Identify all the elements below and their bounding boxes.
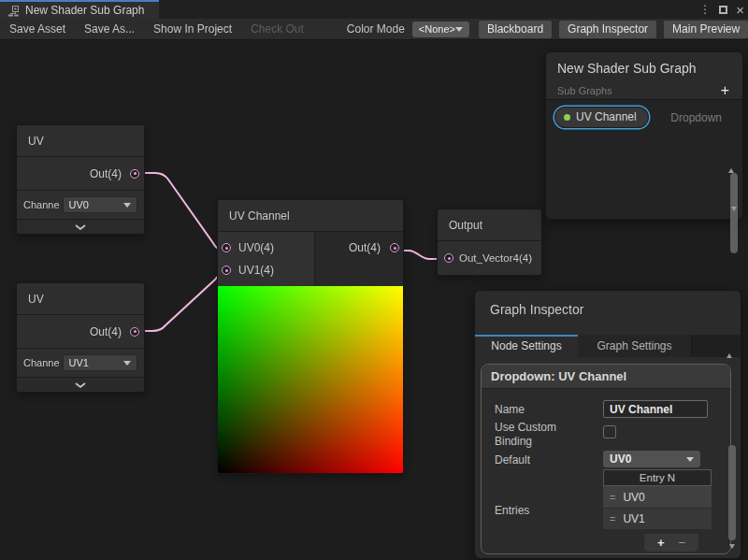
table-row[interactable]: = UV0 [603,486,712,508]
inspector-scrollbar[interactable] [726,337,738,551]
uv-node-2[interactable]: UV Out(4) Channe UV1 [16,282,145,393]
shader-graph-icon [7,5,20,17]
chevron-down-icon [123,203,131,208]
scroll-up-icon[interactable] [726,337,732,358]
scroll-up-icon[interactable] [728,152,734,173]
entries-table-header: Entry N [603,469,712,486]
output-port[interactable] [130,327,139,337]
inspector-title: Graph Inspector [475,291,741,317]
use-custom-binding-label: Use Custom [495,421,556,434]
output-node[interactable]: Output Out_Vector4(4) [437,208,542,276]
uv-channel-node[interactable]: UV Channel UV0(4) UV1(4) Out(4) [217,199,404,474]
unity-shader-graph-window: New Shader Sub Graph ⋮ × Save Asset Save… [0,0,748,560]
channel-label: Channe [23,357,60,368]
node-title: Output [438,209,541,241]
output-port[interactable] [390,243,399,252]
maximize-icon[interactable] [719,6,727,14]
graph-inspector-toggle-button[interactable]: Graph Inspector [559,21,656,38]
edge-uv0[interactable] [138,173,226,251]
input-row: Out_Vector4(4) [438,241,541,275]
input-row: UV1(4) [218,259,314,281]
color-mode-dropdown[interactable]: <None> [412,22,469,37]
property-pill-uv-channel[interactable]: UV Channel [555,108,648,127]
port-label: Out(4) [349,241,381,254]
port-label: Out_Vector4(4) [459,252,532,264]
port-label: UV1(4) [238,264,274,277]
channel-label: Channe [23,199,60,210]
channel-dropdown[interactable]: UV1 [63,354,137,371]
tab-graph-settings[interactable]: Graph Settings [578,335,692,357]
scroll-down-icon[interactable] [729,544,735,549]
name-value: UV Channel [610,403,672,416]
blackboard-scrollbar[interactable] [728,152,740,213]
chevron-down-icon [123,361,131,366]
tab-bar: New Shader Sub Graph ⋮ × [0,0,748,19]
check-out-button[interactable]: Check Out [241,19,313,39]
input-column: UV0(4) UV1(4) [218,232,315,286]
close-icon[interactable]: × [736,3,744,17]
main-preview-toggle-button[interactable]: Main Preview [664,21,748,38]
port-label: UV0(4) [238,241,274,254]
remove-entry-button[interactable]: − [679,537,686,549]
graph-canvas[interactable]: UV Out(4) Channe UV0 UV Out(4) [0,40,748,560]
chevron-down-icon [75,224,86,230]
default-dropdown[interactable]: UV0 [603,451,700,467]
scrollbar-thumb[interactable] [730,173,738,253]
output-port[interactable] [130,169,139,179]
show-in-project-button[interactable]: Show In Project [144,19,241,39]
port-label: Out(4) [90,325,122,338]
entry-value: UV0 [623,491,644,504]
chevron-down-icon [75,382,86,388]
edge-uv1[interactable] [138,273,226,331]
exposed-dot-icon [564,114,570,121]
add-property-button[interactable]: + [721,83,729,98]
chevron-down-icon [686,457,694,462]
blackboard-header: New Shader Sub Graph Sub Graphs + [546,52,742,98]
collapse-preview-button[interactable] [17,219,144,234]
output-row: Out(4) [17,315,144,349]
input-port-uv1[interactable] [222,266,231,275]
output-column: Out(4) [315,232,403,286]
output-row: Out(4) [17,157,144,191]
input-port[interactable] [444,253,453,263]
node-body: UV0(4) UV1(4) Out(4) [218,232,403,286]
node-title: UV [17,283,144,315]
use-custom-binding-checkbox[interactable] [603,425,616,438]
list-item: UV Channel Dropdown [546,100,742,127]
dropdown-settings-section: Dropdown: UV Channel Name UV Channel Use… [481,364,731,554]
section-title: Dropdown: UV Channel [482,365,730,389]
tab-title: New Shader Sub Graph [25,4,144,17]
save-as-button[interactable]: Save As... [75,19,144,39]
tab-node-settings[interactable]: Node Settings [475,335,578,357]
save-asset-button[interactable]: Save Asset [0,19,75,39]
tab-new-shader-sub-graph[interactable]: New Shader Sub Graph [0,0,159,19]
graph-inspector-panel: Graph Inspector Node Settings Graph Sett… [474,290,741,559]
drag-handle-icon[interactable]: = [610,492,615,503]
input-port-uv0[interactable] [222,243,231,252]
blackboard-title: New Shader Sub Graph [557,61,731,76]
table-row[interactable]: = UV1 [603,508,712,529]
add-entry-button[interactable]: + [657,537,665,549]
collapse-preview-button[interactable] [17,377,144,392]
blackboard-panel: New Shader Sub Graph Sub Graphs + UV Cha… [545,51,743,220]
blackboard-subtitle: Sub Graphs [557,85,612,96]
channel-value: UV1 [69,357,89,368]
channel-control-row: Channe UV1 [17,349,144,377]
blackboard-toggle-button[interactable]: Blackboard [479,21,552,38]
drag-handle-icon[interactable]: = [610,513,615,524]
name-input[interactable]: UV Channel [603,400,708,418]
name-label: Name [495,403,525,416]
color-mode-value: <None> [419,23,455,35]
node-title: UV [17,125,144,157]
blackboard-content: UV Channel Dropdown [546,99,742,219]
color-mode-label: Color Mode [347,22,405,36]
channel-dropdown[interactable]: UV0 [63,196,137,213]
window-controls: ⋮ × [699,0,744,19]
node-title: UV Channel [218,200,403,232]
default-value: UV0 [610,452,631,466]
uv-node-1[interactable]: UV Out(4) Channe UV0 [16,124,145,235]
menu-icon[interactable]: ⋮ [699,4,711,15]
scrollbar-thumb[interactable] [728,445,736,540]
channel-value: UV0 [69,199,89,210]
scroll-down-icon[interactable] [731,207,737,211]
